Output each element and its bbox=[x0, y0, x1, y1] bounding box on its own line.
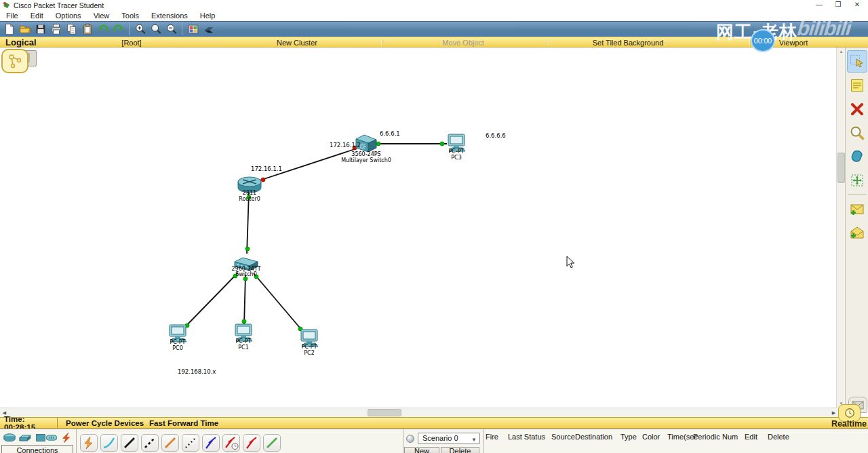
inspect-tool[interactable] bbox=[847, 121, 867, 144]
ip-label: 172.16.1.1 bbox=[251, 165, 282, 172]
undo-icon[interactable] bbox=[95, 22, 111, 36]
new-file-icon[interactable] bbox=[1, 22, 17, 36]
modebar-new-cluster[interactable]: New Cluster bbox=[277, 39, 317, 47]
scenario-select[interactable]: Scenario 0 ▼ bbox=[418, 433, 480, 444]
connection-auto-connect-button[interactable] bbox=[80, 434, 98, 452]
restore-button[interactable]: ❐ bbox=[829, 0, 848, 10]
open-icon[interactable] bbox=[17, 22, 33, 36]
menu-edit[interactable]: Edit bbox=[24, 12, 50, 20]
ip-label: 6.6.6.6 bbox=[486, 132, 506, 139]
power-cycle-button[interactable]: Power Cycle Devices bbox=[66, 419, 144, 427]
topology-glyph-icon bbox=[6, 52, 24, 70]
device-multilayer-switch0[interactable]: 3560-24PSMultilayer Switch0 bbox=[341, 135, 391, 163]
redo-icon[interactable] bbox=[111, 22, 126, 36]
close-button[interactable]: ✕ bbox=[848, 0, 867, 10]
place-note-tool[interactable] bbox=[847, 74, 867, 96]
modebar-move-object: Move Object bbox=[442, 39, 484, 47]
menu-file[interactable]: File bbox=[0, 12, 24, 20]
chevron-down-icon: ▼ bbox=[471, 435, 477, 445]
vertical-scroll-thumb[interactable] bbox=[837, 153, 845, 183]
connection-octal-button[interactable] bbox=[263, 434, 281, 452]
modebar-separator bbox=[548, 39, 549, 46]
zoom-in-icon[interactable] bbox=[132, 22, 148, 36]
device-model-label: PC-PT bbox=[301, 344, 317, 350]
paste-icon[interactable] bbox=[79, 22, 95, 36]
horizontal-scrollbar[interactable]: ◀ ▶ bbox=[0, 408, 838, 417]
link-cable[interactable] bbox=[260, 149, 357, 180]
tab-logical[interactable]: Logical bbox=[5, 37, 37, 47]
device-model-label: PC-PT bbox=[170, 339, 185, 345]
custom-devices-icon[interactable] bbox=[201, 22, 216, 36]
connection-copper-straight-through-button[interactable] bbox=[121, 434, 138, 452]
print-icon[interactable] bbox=[48, 22, 64, 36]
menu-view[interactable]: View bbox=[87, 12, 116, 20]
pdu-header-num: Num bbox=[722, 433, 738, 441]
app-window: Cisco Packet Tracer Student — ❐ ✕ FileEd… bbox=[0, 0, 868, 453]
menu-extensions[interactable]: Extensions bbox=[145, 12, 194, 20]
connection-phone-button[interactable] bbox=[182, 434, 199, 452]
connection-serial-dte-button[interactable] bbox=[243, 434, 260, 452]
device-name-label: PC3 bbox=[451, 155, 462, 161]
topology-canvas[interactable]: 3560-24PSMultilayer Switch0PC-PTPC32811R… bbox=[0, 47, 836, 408]
pdu-header-fire: Fire bbox=[486, 433, 498, 441]
router-category-icon[interactable] bbox=[3, 433, 16, 443]
device-pc1[interactable]: PC-PTPC1 bbox=[235, 324, 252, 351]
link-cable[interactable] bbox=[184, 273, 238, 328]
wireless-category-icon[interactable] bbox=[45, 433, 58, 443]
copy-icon[interactable] bbox=[64, 22, 79, 36]
connection-fiber-button[interactable] bbox=[161, 434, 179, 452]
timebar-separator bbox=[57, 418, 58, 428]
connection-coaxial-button[interactable] bbox=[202, 434, 220, 452]
workspace: 3560-24PSMultilayer Switch0PC-PTPC32811R… bbox=[0, 47, 868, 408]
link-cable[interactable] bbox=[254, 273, 303, 332]
scenario-new-button[interactable]: New bbox=[404, 447, 439, 453]
panel-divider bbox=[483, 429, 484, 453]
connection-copper-cross-over-button[interactable] bbox=[141, 434, 159, 452]
switch-category-icon[interactable] bbox=[18, 433, 32, 443]
menu-tools[interactable]: Tools bbox=[115, 12, 145, 20]
add-complex-pdu-tool[interactable] bbox=[847, 221, 867, 243]
device-pc2[interactable]: PC-PTPC2 bbox=[301, 330, 318, 356]
modebar-root[interactable]: [Root] bbox=[121, 39, 141, 47]
device-model-label: PC-PT bbox=[235, 338, 251, 344]
vertical-scrollbar[interactable]: ▲ ▼ bbox=[836, 47, 845, 408]
fast-forward-button[interactable]: Fast Forward Time bbox=[149, 419, 218, 427]
add-simple-pdu-tool[interactable] bbox=[847, 197, 867, 220]
device-name-label: PC1 bbox=[238, 344, 249, 351]
select-tool[interactable] bbox=[847, 50, 867, 73]
palette-dialog-icon[interactable] bbox=[185, 22, 201, 36]
link-status-up-dot bbox=[440, 142, 444, 146]
sidebar-divider bbox=[848, 194, 867, 195]
device-model-label: 2811 bbox=[243, 190, 256, 196]
connection-console-button[interactable] bbox=[100, 434, 118, 452]
connection-serial-dce-button[interactable] bbox=[222, 434, 240, 452]
time-bar: Time: 00:28:15 Power Cycle Devices Fast … bbox=[0, 417, 868, 429]
horizontal-scroll-thumb[interactable] bbox=[368, 409, 401, 416]
title-bar: Cisco Packet Tracer Student — ❐ ✕ bbox=[0, 0, 868, 10]
device-name-label: PC2 bbox=[304, 350, 315, 356]
device-pc0[interactable]: PC-PTPC0 bbox=[170, 325, 186, 351]
zoom-out-icon[interactable] bbox=[163, 22, 179, 36]
modebar-set-tiled-background[interactable]: Set Tiled Background bbox=[593, 39, 664, 47]
scenario-delete-button[interactable]: Delete bbox=[441, 447, 479, 453]
save-icon[interactable] bbox=[33, 22, 48, 36]
menu-options[interactable]: Options bbox=[50, 12, 87, 20]
pdu-header-destination: Destination bbox=[575, 433, 612, 441]
device-switch0[interactable]: 2960-24TTSwitch0 bbox=[231, 258, 260, 277]
logical-nav-icon[interactable] bbox=[1, 49, 28, 73]
delete-tool[interactable] bbox=[847, 98, 867, 120]
device-router0[interactable]: 2811Router0 bbox=[238, 177, 261, 202]
zoom-reset-icon[interactable] bbox=[148, 22, 163, 36]
link-cable[interactable] bbox=[244, 275, 245, 325]
device-pc3[interactable]: PC-PTPC3 bbox=[448, 134, 465, 161]
device-name-label: Router0 bbox=[239, 196, 260, 202]
tools-sidebar bbox=[845, 47, 868, 408]
draw-polygon-tool[interactable] bbox=[847, 145, 867, 168]
resize-shape-tool[interactable] bbox=[847, 169, 867, 191]
minimize-button[interactable]: — bbox=[810, 0, 829, 10]
menu-help[interactable]: Help bbox=[194, 12, 222, 20]
connections-category-icon[interactable] bbox=[60, 433, 74, 443]
scroll-right-arrow[interactable]: ▶ bbox=[829, 408, 838, 418]
window-title: Cisco Packet Tracer Student bbox=[14, 1, 104, 9]
app-logo-icon bbox=[3, 1, 10, 9]
